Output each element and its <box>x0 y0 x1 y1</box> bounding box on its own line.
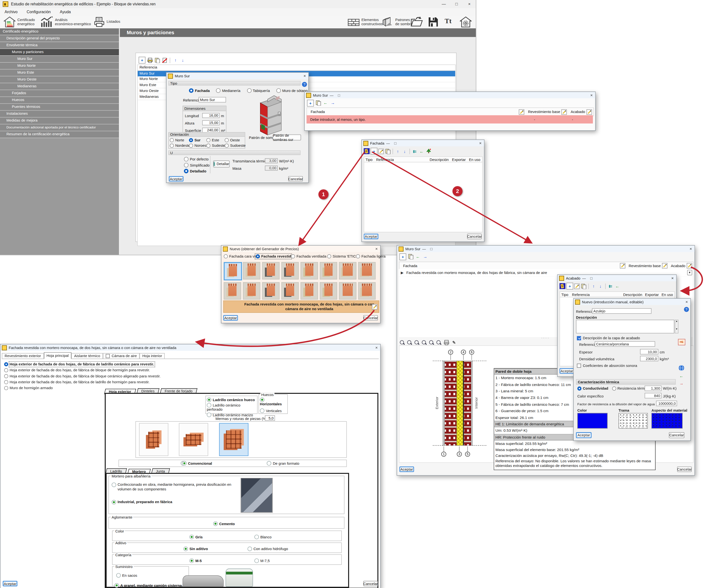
edit-acabado-pencil-icon[interactable] <box>587 109 592 115</box>
radio-hoja-bloque-hormigon[interactable]: Hoja exterior de fachada de dos hojas, d… <box>4 368 150 372</box>
radio-gris[interactable]: Gris <box>189 535 203 539</box>
color-swatch[interactable] <box>577 413 608 429</box>
gran-formato-option[interactable]: De gran formato <box>267 461 299 466</box>
print-icon[interactable] <box>147 57 153 63</box>
radio-muro-hormigon[interactable]: Muro de hormigón armado <box>4 386 53 390</box>
radio-tabiqueria[interactable]: Tabiquería <box>247 88 270 93</box>
maximize-icon[interactable]: □ <box>588 276 595 280</box>
cancelar-button[interactable]: Cancelar <box>363 315 378 320</box>
sidebar-item-muros-selected[interactable]: Muros y particiones <box>0 49 119 56</box>
brick-format-thumbnail[interactable] <box>179 423 208 456</box>
checkbox-absorcion[interactable]: Coeficientes de absorción sonora <box>577 364 637 368</box>
copy-icon[interactable] <box>581 283 587 289</box>
radio-por-defecto[interactable]: Por defecto <box>184 157 209 162</box>
brick-format-thumbnail[interactable] <box>139 423 168 456</box>
column-header-referencia[interactable]: Referencia <box>138 65 455 71</box>
zoom-window-icon[interactable] <box>399 340 405 345</box>
sidebar-item-forjados[interactable]: Forjados <box>0 90 119 97</box>
edit-pencil-icon[interactable] <box>378 148 384 154</box>
maximize-icon[interactable]: □ <box>428 247 435 251</box>
aceptar-button[interactable]: Aceptar <box>560 368 574 373</box>
minimize-icon[interactable]: — <box>384 141 392 145</box>
help-icon[interactable]: ? <box>302 82 307 87</box>
wall-type-thumbnail[interactable] <box>243 262 260 279</box>
radio-blanco[interactable]: Blanco <box>255 535 271 539</box>
aceptar-button[interactable]: Aceptar <box>3 581 17 586</box>
minimize-icon[interactable]: — <box>420 247 428 251</box>
radio-hoja-ladrillo-ceramico[interactable]: Hoja exterior de fachada de dos hojas, d… <box>4 362 154 366</box>
tab-hoja-interior[interactable]: Hoja interior <box>140 353 165 359</box>
patron-sombras-sur-button[interactable]: Patrón de sombras sur <box>273 134 301 140</box>
col-enuso[interactable]: En uso <box>469 157 480 162</box>
edit-revestimiento-pencil-icon[interactable] <box>562 109 567 115</box>
cancelar-button[interactable]: Cancelar <box>467 234 482 239</box>
move-down-icon[interactable]: ↓ <box>402 148 408 154</box>
sidebar-item-resumen[interactable]: Resumen de la certificación energética <box>0 131 119 138</box>
splitter-handle[interactable]: ····· <box>541 336 549 340</box>
wall-type-thumbnail[interactable] <box>301 262 318 279</box>
aceptar-button[interactable]: Aceptar <box>169 176 184 181</box>
col-revestimiento[interactable]: Revestimiento base <box>629 264 661 268</box>
minimize-button[interactable]: — <box>437 0 450 8</box>
radio-sur[interactable]: Sur <box>189 138 206 142</box>
save-button[interactable] <box>428 17 438 28</box>
analisis-button[interactable]: Análisis económico-energético <box>40 16 91 27</box>
import-library-icon[interactable]: ← <box>419 148 425 154</box>
export-icon[interactable]: → <box>422 253 428 259</box>
radio-ladrillo-macizo[interactable]: Ladrillo cerámico macizo <box>206 412 257 417</box>
sidebar-item-muro-norte[interactable]: Muro Norte <box>0 63 119 70</box>
move-up-icon[interactable]: ↑ <box>395 148 401 154</box>
tab-camara-aire[interactable]: Cámara de aire <box>103 353 140 359</box>
col-fachada[interactable]: Fachada <box>399 264 417 268</box>
cancelar-button[interactable]: Cancelar <box>677 466 692 472</box>
wall-type-thumbnail[interactable] <box>281 282 299 300</box>
close-icon[interactable]: × <box>373 247 380 251</box>
col-exportar[interactable]: Exportar <box>452 157 466 162</box>
longitud-input[interactable]: 16,00 <box>202 113 219 118</box>
radio-simplificado[interactable]: Simplificado <box>184 163 210 168</box>
radio-etics[interactable]: Sistema 'ETICS' <box>327 254 356 259</box>
col-referencia[interactable]: Referencia <box>376 157 394 162</box>
close-icon[interactable]: × <box>588 93 595 98</box>
col-exportar[interactable]: Exportar <box>645 293 659 297</box>
zoom-extents-icon[interactable] <box>429 340 434 345</box>
wall-type-thumbnail[interactable] <box>339 262 356 279</box>
menu-archivo[interactable]: Archivo <box>0 9 22 14</box>
superficie-input[interactable]: 240,00 <box>202 128 219 133</box>
wall-type-thumbnail[interactable] <box>358 282 376 300</box>
save-library-icon[interactable]: ⇇ <box>412 148 418 154</box>
aceptar-button[interactable]: Aceptar <box>364 234 378 239</box>
close-button[interactable]: × <box>463 0 476 8</box>
conductividad-input[interactable]: 1,300 <box>645 386 662 391</box>
densidad-input[interactable]: 2300,0 <box>640 356 658 361</box>
pan-icon[interactable] <box>436 340 441 345</box>
brick-format-thumbnail-selected[interactable] <box>219 423 249 456</box>
col-revestimiento[interactable]: Revestimiento base <box>528 110 560 114</box>
altura-input[interactable]: 15,00 <box>202 120 219 125</box>
move-down-icon[interactable]: ↓ <box>597 283 603 289</box>
radio-hoja-bloque-ceramico[interactable]: Hoja exterior de fachada de dos hojas, d… <box>4 374 161 378</box>
radio-con-aditivo[interactable]: Con aditivo hidrófugo <box>247 547 288 551</box>
col-descripcion[interactable]: Descripción <box>623 293 642 297</box>
trama-swatch[interactable] <box>618 413 648 429</box>
close-icon[interactable]: × <box>301 74 308 78</box>
wall-type-thumbnail[interactable] <box>281 262 299 279</box>
radio-hoja-ladrillo-hormigon[interactable]: Hoja exterior de fachada de dos hojas, d… <box>4 380 150 384</box>
error-row[interactable]: Debe introducir, al menos, un tipo. - - <box>307 115 593 124</box>
sidebar-item-documentacion[interactable]: Documentación adicional aportada por el … <box>0 124 119 131</box>
copy-icon[interactable] <box>408 253 413 259</box>
add-icon[interactable]: + <box>371 148 378 154</box>
convencional-option[interactable]: Convencional <box>182 461 212 466</box>
sidebar-item-instalaciones[interactable]: Instalaciones <box>0 111 119 118</box>
radio-cara-vista[interactable]: Fachada cara vista <box>223 254 256 259</box>
wall-type-thumbnail[interactable] <box>339 282 356 300</box>
maximize-button[interactable]: □ <box>450 0 463 8</box>
radio-este[interactable]: Este <box>206 138 224 142</box>
export-icon[interactable]: → <box>330 100 336 106</box>
col-acabado[interactable]: Acabado <box>671 264 685 268</box>
radio-medianeria[interactable]: Medianería <box>216 88 240 93</box>
aceptar-button[interactable]: Aceptar <box>576 432 592 438</box>
cancelar-button[interactable]: Cancelar <box>288 176 303 181</box>
radio-fachada[interactable]: Fachada <box>189 88 210 93</box>
copy-icon[interactable] <box>154 57 160 63</box>
